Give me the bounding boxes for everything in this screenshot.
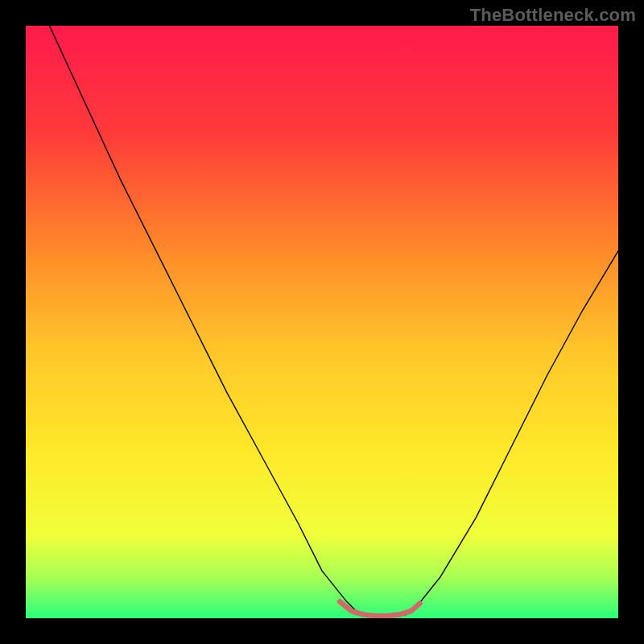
- watermark-text: TheBottleneck.com: [470, 5, 636, 26]
- chart-frame: TheBottleneck.com: [0, 0, 644, 644]
- bottleneck-chart: [26, 26, 618, 618]
- chart-background: [26, 26, 618, 618]
